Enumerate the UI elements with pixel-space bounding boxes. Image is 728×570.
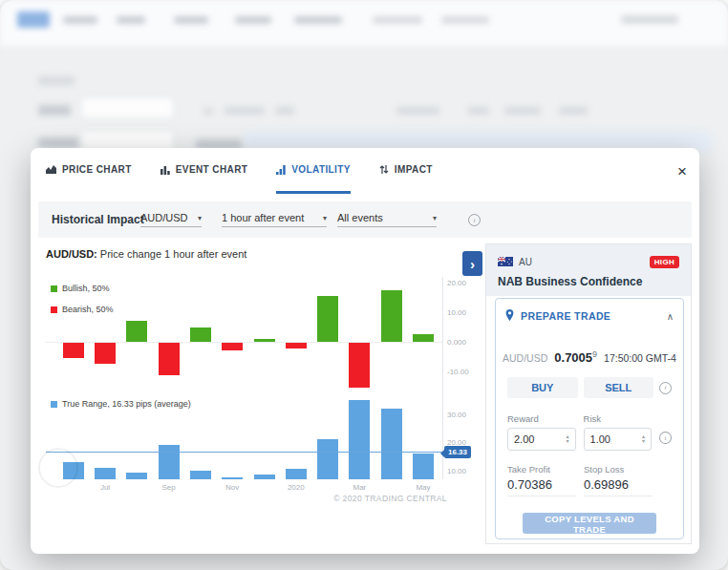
- true-range-bar: [95, 468, 116, 479]
- bullish-bar: [381, 290, 402, 342]
- chevron-down-icon: ▾: [433, 214, 437, 222]
- chart-title-rest: Price change 1 hour after event: [97, 248, 247, 260]
- y-axis-tick: 20.00: [447, 279, 466, 287]
- prepare-trade-card: PREPARE TRADE ∧ AUD/USD 0.70059 17:50:00…: [495, 298, 684, 539]
- reward-label: Reward: [507, 413, 576, 424]
- blurred-nav-item: [441, 16, 489, 24]
- volatility-icon: [276, 165, 286, 175]
- australia-flag-icon: [498, 253, 513, 270]
- price-chart-icon: [46, 165, 56, 175]
- y-axis-tick: 0.000: [447, 338, 466, 347]
- blurred-top-nav: [0, 0, 728, 46]
- time-horizon-select[interactable]: 1 hour after event▾: [222, 212, 327, 227]
- quote-time: 17:50:00 GMT-4: [604, 352, 676, 364]
- blurred-text: [275, 107, 294, 115]
- blurred-nav-active-button: [17, 11, 50, 28]
- tab-label: EVENT CHART: [176, 164, 248, 175]
- info-icon[interactable]: i: [659, 432, 672, 444]
- tab-label: VOLATILITY: [291, 164, 351, 175]
- tab-price-chart[interactable]: PRICE CHART: [46, 148, 132, 194]
- y-axis-tick: 30.00: [447, 410, 466, 418]
- reward-input[interactable]: 2.00 ▴▾: [507, 428, 576, 451]
- info-icon[interactable]: i: [659, 382, 672, 394]
- collapse-icon[interactable]: ∧: [667, 311, 674, 322]
- country-code: AU: [519, 257, 644, 267]
- bearish-bar: [159, 343, 180, 375]
- event-filter-select[interactable]: All events▾: [337, 212, 437, 227]
- bullish-bar: [126, 321, 147, 342]
- bearish-bar: [286, 343, 307, 348]
- modal-tab-bar: PRICE CHARTEVENT CHARTVOLATILITYIMPACT: [46, 148, 433, 194]
- blurred-text: [203, 108, 213, 115]
- bullish-bar: [190, 327, 211, 343]
- risk-input[interactable]: 1.00 ▴▾: [584, 428, 653, 451]
- legend-swatch: [51, 401, 57, 408]
- blurred-text: [396, 107, 439, 115]
- bearish-bar: [349, 343, 370, 388]
- chart-title-pair: AUD/USD:: [46, 248, 97, 260]
- true-range-bar: [349, 400, 370, 479]
- copyright-label: © 2020 TRADING CENTRAL: [269, 494, 447, 503]
- legend-label: True Range, 16.33 pips (average): [62, 399, 191, 409]
- average-value-badge: 16.33: [444, 446, 471, 458]
- risk-value: 1.00: [590, 433, 610, 445]
- legend-label: Bearish, 50%: [62, 305, 114, 314]
- event-panel: AU HIGH NAB Business Confidence PREPARE …: [485, 243, 692, 544]
- watermark-circle: [38, 448, 78, 488]
- blurred-text: [468, 107, 489, 115]
- sell-button[interactable]: SELL: [584, 377, 654, 398]
- blurred-nav-item: [621, 15, 678, 24]
- blurred-text: [225, 107, 265, 115]
- true-range-bar: [381, 409, 402, 479]
- price-row: AUD/USD 0.70059 17:50:00 GMT-4: [496, 349, 683, 365]
- prepare-trade-title: PREPARE TRADE: [521, 310, 660, 322]
- chevron-right-icon: ›: [470, 256, 475, 272]
- legend-item: Bullish, 50%: [51, 282, 114, 295]
- importance-badge: HIGH: [650, 256, 679, 268]
- select-value: All events: [337, 212, 383, 223]
- take-profit-label: Take Profit: [507, 464, 576, 475]
- stepper-icon[interactable]: ▴▾: [642, 434, 645, 444]
- reward-value: 2.00: [514, 433, 534, 445]
- blurred-nav-item: [294, 16, 342, 24]
- true-range-bar: [413, 454, 434, 479]
- y-axis-tick: 10.00: [447, 308, 466, 317]
- take-profit-value: 0.70386: [507, 477, 576, 496]
- x-axis-label: 2020: [288, 483, 305, 492]
- buy-button[interactable]: BUY: [507, 377, 578, 398]
- bearish-bar: [222, 343, 243, 350]
- legend-item: Bearish, 50%: [51, 303, 114, 316]
- y-axis-tick: -10.00: [447, 368, 469, 376]
- event-chart-icon: [161, 165, 170, 175]
- tab-volatility[interactable]: VOLATILITY: [276, 148, 351, 194]
- event-title: NAB Business Confidence: [498, 275, 679, 288]
- blurred-nav-item: [373, 16, 422, 24]
- legend-label: Bullish, 50%: [62, 284, 110, 293]
- toolbar-title: Historical Impact: [52, 213, 144, 226]
- bearish-bar: [95, 343, 116, 364]
- panel-toggle-button[interactable]: ›: [462, 251, 482, 276]
- true-range-bar: [286, 469, 307, 479]
- blurred-nav-item: [174, 16, 208, 24]
- legend-swatch: [51, 306, 57, 313]
- info-icon[interactable]: i: [468, 214, 481, 226]
- copy-levels-and-trade-button[interactable]: COPY LEVELS AND TRADE: [523, 513, 656, 534]
- true-range-bar: [254, 475, 275, 479]
- legend-item: True Range, 16.33 pips (average): [51, 397, 191, 411]
- bullish-bar: [413, 334, 434, 342]
- price-change-legend: Bullish, 50%Bearish, 50%: [51, 282, 114, 324]
- risk-label: Risk: [584, 413, 653, 424]
- price-value: 0.70059: [554, 349, 597, 365]
- blurred-text: [38, 105, 71, 116]
- select-value: 1 hour after event: [222, 212, 304, 223]
- tab-impact[interactable]: IMPACT: [379, 148, 433, 194]
- x-axis-label: Jul: [100, 483, 110, 492]
- close-icon[interactable]: ×: [672, 161, 693, 182]
- pair-select[interactable]: AUD/USD▾: [140, 212, 202, 227]
- x-axis-label: Mar: [353, 483, 367, 492]
- stop-loss-value: 0.69896: [584, 477, 653, 496]
- impact-icon: [379, 164, 389, 175]
- stepper-icon[interactable]: ▴▾: [567, 434, 569, 444]
- bullish-bar: [317, 296, 338, 342]
- tab-event-chart[interactable]: EVENT CHART: [161, 148, 248, 194]
